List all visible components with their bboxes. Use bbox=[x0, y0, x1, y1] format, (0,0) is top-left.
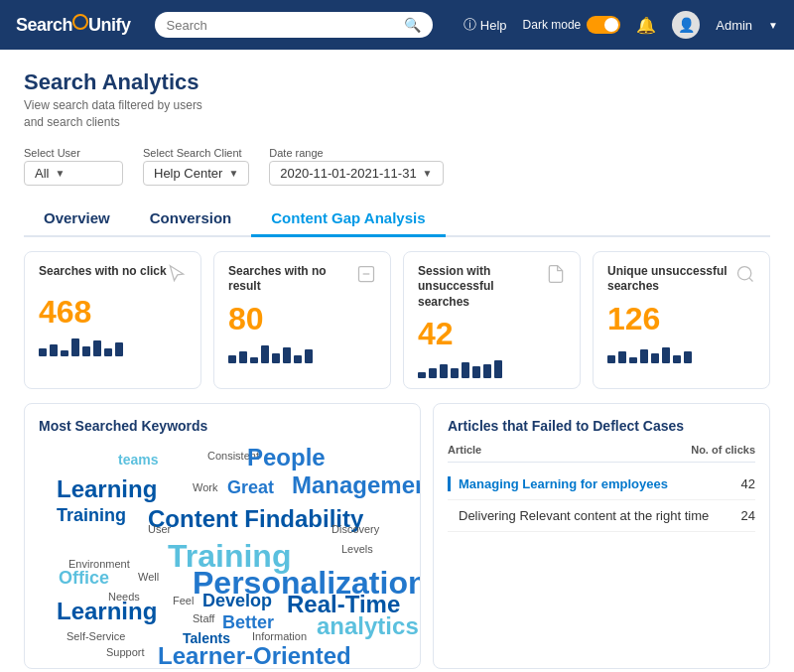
user-filter-select[interactable]: All ▼ bbox=[24, 161, 123, 186]
tab-overview[interactable]: Overview bbox=[24, 202, 130, 235]
date-filter-value: 2020-11-01-2021-11-31 bbox=[280, 166, 416, 181]
mini-bar bbox=[494, 360, 502, 378]
mini-bar bbox=[71, 338, 79, 356]
metric-cards: Searches with no click 468 Searches with… bbox=[24, 251, 770, 390]
word-cloud-word[interactable]: analytics bbox=[317, 612, 419, 640]
svg-line-3 bbox=[749, 277, 753, 281]
metric-card-0: Searches with no click 468 bbox=[24, 251, 201, 390]
avatar: 👤 bbox=[672, 11, 700, 39]
search-input[interactable] bbox=[167, 18, 396, 33]
word-cloud-word[interactable]: Support bbox=[106, 646, 145, 658]
word-cloud-word[interactable]: Management bbox=[292, 471, 421, 499]
article-title: Delivering Relevant content at the right… bbox=[448, 508, 741, 523]
tab-content-gap[interactable]: Content Gap Analysis bbox=[251, 202, 445, 237]
word-cloud-word[interactable]: Great bbox=[227, 477, 274, 498]
top-navigation: SearchUnify 🔍 ⓘ Help Dark mode 🔔 👤 Admin… bbox=[0, 0, 794, 50]
mini-bar bbox=[250, 357, 258, 363]
word-cloud-word[interactable]: Develop bbox=[202, 591, 272, 611]
dark-mode-toggle-area: Dark mode bbox=[523, 16, 621, 34]
mini-bar bbox=[104, 348, 112, 356]
col-article: Article bbox=[448, 444, 481, 456]
mini-bar bbox=[440, 364, 448, 378]
mini-bar bbox=[684, 351, 692, 363]
metric-card-2: Session with unsuccessful searches 42 bbox=[403, 251, 581, 390]
word-cloud-word[interactable]: Information bbox=[252, 630, 307, 642]
word-cloud-word[interactable]: People bbox=[247, 444, 326, 471]
mini-bar bbox=[673, 355, 681, 363]
word-cloud-word[interactable]: Training bbox=[57, 505, 126, 526]
mini-bar bbox=[618, 351, 626, 363]
svg-point-2 bbox=[738, 266, 751, 279]
filters-row: Select User All ▼ Select Search Client H… bbox=[24, 147, 770, 186]
date-filter-select[interactable]: 2020-11-01-2021-11-31 ▼ bbox=[269, 161, 443, 186]
user-filter: Select User All ▼ bbox=[24, 147, 123, 186]
word-cloud-word[interactable]: Well bbox=[138, 571, 159, 583]
help-button[interactable]: ⓘ Help bbox=[463, 16, 507, 34]
client-filter-label: Select Search Client bbox=[143, 147, 249, 159]
word-cloud-word[interactable]: Work bbox=[193, 481, 217, 493]
metric-title: Searches with no result bbox=[228, 264, 356, 295]
mini-bar bbox=[61, 350, 68, 356]
word-cloud-word[interactable]: Feel bbox=[173, 595, 194, 606]
mini-bar bbox=[640, 349, 648, 363]
logo: SearchUnify bbox=[16, 15, 131, 36]
user-menu-chevron[interactable]: ▼ bbox=[768, 20, 778, 31]
client-filter: Select Search Client Help Center ▼ bbox=[143, 147, 249, 186]
global-search-bar[interactable]: 🔍 bbox=[155, 12, 433, 38]
dark-mode-toggle[interactable] bbox=[587, 16, 620, 34]
main-content: Search Analytics View search data filter… bbox=[0, 50, 794, 672]
mini-bar bbox=[429, 368, 437, 378]
mini-bar bbox=[629, 357, 637, 363]
mini-bar bbox=[50, 344, 58, 356]
user-filter-label: Select User bbox=[24, 147, 123, 159]
metric-card-3: Unique unsuccessful searches 126 bbox=[593, 251, 770, 390]
word-cloud-word[interactable]: Office bbox=[59, 568, 109, 589]
mini-bar bbox=[239, 351, 247, 363]
date-filter-label: Date range bbox=[269, 147, 443, 159]
mini-bar bbox=[115, 342, 123, 356]
mini-bar bbox=[418, 372, 426, 378]
mini-bar bbox=[462, 362, 469, 378]
toggle-knob bbox=[604, 18, 618, 32]
metric-value: 80 bbox=[228, 301, 376, 337]
mini-bar bbox=[228, 355, 236, 363]
word-cloud-word[interactable]: Self-Service bbox=[66, 630, 125, 642]
mini-bar bbox=[93, 340, 101, 356]
table-header: Article No. of clicks bbox=[448, 444, 755, 463]
articles-title: Articles that Failed to Deflect Cases bbox=[448, 418, 755, 434]
help-icon: ⓘ bbox=[463, 16, 476, 34]
word-cloud-word[interactable]: Learning bbox=[57, 598, 157, 625]
mini-bar bbox=[662, 347, 670, 363]
article-clicks: 24 bbox=[741, 508, 755, 523]
metric-title: Session with unsuccessful searches bbox=[418, 264, 546, 311]
word-cloud-word[interactable]: Learner-Oriented bbox=[158, 642, 351, 669]
col-clicks: No. of clicks bbox=[691, 444, 755, 456]
tab-conversion[interactable]: Conversion bbox=[130, 202, 252, 235]
mini-bar bbox=[283, 347, 291, 363]
client-filter-value: Help Center bbox=[154, 166, 222, 181]
metric-header: Unique unsuccessful searches bbox=[607, 264, 755, 295]
word-cloud-word[interactable]: Staff bbox=[193, 612, 214, 624]
client-filter-chevron: ▼ bbox=[228, 168, 238, 179]
client-filter-select[interactable]: Help Center ▼ bbox=[143, 161, 249, 186]
mini-bar bbox=[651, 353, 659, 363]
word-cloud-word[interactable]: Learning bbox=[57, 475, 157, 503]
metric-icon bbox=[546, 264, 566, 288]
mini-bar bbox=[483, 364, 491, 378]
word-cloud-word[interactable]: Levels bbox=[341, 543, 373, 555]
bell-icon[interactable]: 🔔 bbox=[636, 16, 656, 35]
article-title-link[interactable]: Managing Learning for employees bbox=[448, 476, 741, 491]
mini-bar bbox=[451, 368, 459, 378]
mini-bar bbox=[82, 346, 90, 356]
metric-icon bbox=[167, 264, 187, 288]
word-cloud-word[interactable]: Discovery bbox=[331, 523, 379, 535]
word-cloud-title: Most Searched Keywords bbox=[39, 418, 406, 434]
metric-card-1: Searches with no result 80 bbox=[213, 251, 391, 390]
table-row: Managing Learning for employees 42 bbox=[448, 469, 755, 500]
word-cloud-word[interactable]: User bbox=[148, 523, 171, 535]
metric-header: Searches with no result bbox=[228, 264, 376, 295]
word-cloud-word[interactable]: teams bbox=[118, 452, 158, 468]
metric-value: 126 bbox=[607, 301, 755, 337]
dark-mode-label: Dark mode bbox=[523, 18, 582, 32]
articles-card: Articles that Failed to Deflect Cases Ar… bbox=[433, 403, 770, 669]
